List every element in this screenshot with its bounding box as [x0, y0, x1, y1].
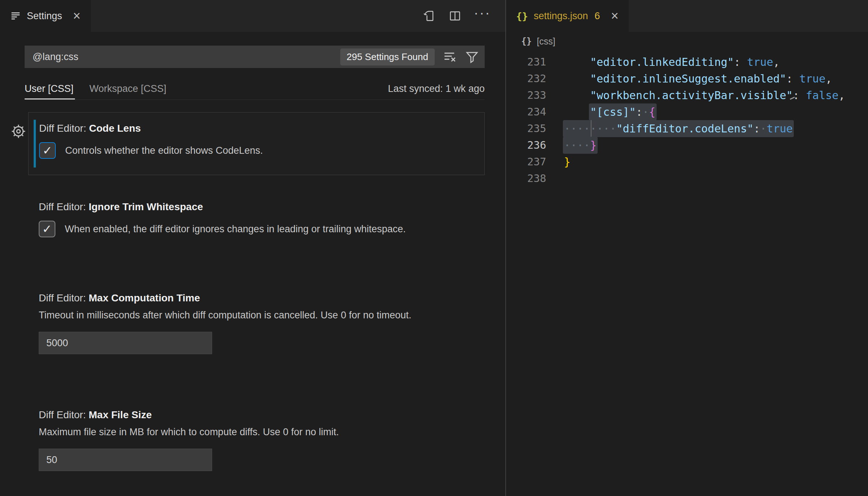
more-actions-icon[interactable]: ···: [474, 10, 491, 21]
checkbox-ignore-trim-whitespace[interactable]: ✓: [39, 221, 55, 237]
number-input-max-computation-time[interactable]: [39, 332, 212, 354]
problems-count-badge: 6: [595, 10, 600, 22]
setting-category: Diff Editor:: [39, 409, 89, 420]
token: :: [786, 72, 793, 85]
token: true: [767, 122, 793, 135]
json-editor-group: {} settings.json 6 × {} [css] 231 "edito…: [506, 0, 868, 496]
code-line-236[interactable]: 236····}: [506, 137, 868, 153]
code-line-231[interactable]: 231 "editor.linkedEditing": true,: [506, 54, 868, 70]
line-content: "editor.linkedEditing": true,: [546, 56, 780, 68]
setting-category: Diff Editor:: [39, 201, 89, 212]
token: "diffEditor.codeLens": [616, 122, 754, 135]
token: [799, 89, 806, 102]
token: [564, 89, 590, 102]
setting-title: Diff Editor: Max Computation Time: [39, 292, 485, 304]
token: ········: [564, 122, 616, 135]
close-icon[interactable]: ×: [611, 9, 619, 22]
setting-category: Diff Editor:: [39, 292, 89, 304]
settings-tab-label: Settings: [27, 10, 62, 22]
json-file-icon: {}: [516, 10, 528, 22]
setting-name: Code Lens: [89, 123, 141, 134]
search-input[interactable]: @lang:css: [33, 51, 78, 63]
tab-user-css[interactable]: User [CSS]: [25, 83, 75, 99]
setting-description: Controls whether the editor shows CodeLe…: [65, 145, 263, 156]
settings-editor-group: Settings × ···: [0, 0, 506, 496]
line-content: "workbench.activityBar.visible": false,: [546, 89, 845, 102]
left-tab-strip: Settings × ···: [0, 0, 505, 32]
settings-list-icon: [10, 10, 21, 21]
setting-control-line: ✓When enabled, the diff editor ignores c…: [39, 221, 485, 237]
line-content: ····}: [546, 139, 597, 152]
setting-row-code-lens[interactable]: Diff Editor: Code Lens✓Controls whether …: [28, 112, 485, 175]
line-number: 237: [506, 156, 546, 168]
settings-editor-body: @lang:css 295 Settings Found User [CSS] …: [0, 32, 505, 496]
token: :: [793, 89, 799, 102]
modified-indicator: [34, 120, 36, 168]
code-line-233[interactable]: 233 "workbench.activityBar.visible": fal…: [506, 87, 868, 103]
right-tab-strip: {} settings.json 6 ×: [506, 0, 868, 32]
setting-row-max-computation-time[interactable]: Diff Editor: Max Computation TimeTimeout…: [28, 282, 485, 369]
last-synced-label: Last synced: 1 wk ago: [388, 83, 485, 99]
settings-search-box[interactable]: @lang:css 295 Settings Found: [25, 46, 485, 68]
close-icon[interactable]: ×: [73, 9, 81, 22]
setting-title: Diff Editor: Code Lens: [39, 123, 484, 134]
token: [564, 56, 590, 68]
token: ,: [773, 56, 780, 68]
line-content: "[css]":·{: [546, 106, 656, 118]
code-line-238[interactable]: 238: [506, 170, 868, 187]
gear-icon[interactable]: [10, 123, 26, 139]
setting-row-max-file-size[interactable]: Diff Editor: Max File SizeMaximum file s…: [28, 399, 485, 486]
setting-name: Ignore Trim Whitespace: [89, 201, 203, 212]
open-settings-json-icon[interactable]: [423, 9, 436, 22]
line-number: 231: [506, 56, 546, 68]
settings-count-badge: 295 Settings Found: [340, 48, 435, 65]
breadcrumb[interactable]: {} [css]: [506, 32, 868, 51]
setting-description: When enabled, the diff editor ignores ch…: [65, 224, 406, 235]
setting-row-ignore-trim-whitespace[interactable]: Diff Editor: Ignore Trim Whitespace✓When…: [28, 191, 485, 252]
line-content: ········"diffEditor.codeLens":·true: [546, 122, 793, 135]
clear-search-filters-icon[interactable]: [443, 50, 457, 64]
setting-category: Diff Editor:: [39, 123, 89, 134]
token: "editor.inlineSuggest.enabled": [590, 72, 786, 85]
selection-highlight: "[css]":·{: [589, 103, 657, 120]
token: ·: [642, 106, 649, 118]
code-line-232[interactable]: 232 "editor.inlineSuggest.enabled": true…: [506, 70, 868, 87]
selection-highlight: ····}: [563, 137, 598, 154]
breadcrumb-css-segment[interactable]: [css]: [537, 36, 555, 47]
editor-actions: ···: [423, 0, 505, 32]
tab-workspace-css[interactable]: Workspace [CSS]: [89, 83, 168, 99]
code-line-235[interactable]: 235········"diffEditor.codeLens":·true: [506, 120, 868, 137]
token: [793, 72, 799, 85]
code-editor[interactable]: 231 "editor.linkedEditing": true,232 "ed…: [506, 51, 868, 187]
setting-name: Max Computation Time: [89, 292, 200, 304]
token: :: [636, 106, 642, 118]
token: [564, 72, 590, 85]
setting-control-line: ✓Controls whether the editor shows CodeL…: [39, 142, 484, 159]
split-editor-icon[interactable]: [448, 9, 462, 22]
number-input-max-file-size[interactable]: [39, 449, 212, 471]
vscode-workbench: Settings × ···: [0, 0, 868, 496]
code-line-234[interactable]: 234 "[css]":·{: [506, 103, 868, 120]
token: ·: [760, 122, 767, 135]
line-content: "editor.inlineSuggest.enabled": true,: [546, 72, 832, 85]
token: true: [747, 56, 773, 68]
filter-icon[interactable]: [465, 50, 479, 64]
token: }: [564, 156, 570, 168]
line-number: 234: [506, 106, 546, 118]
token: [741, 56, 747, 68]
token: }: [590, 139, 597, 152]
checkbox-code-lens[interactable]: ✓: [39, 142, 56, 159]
tab-settings[interactable]: Settings ×: [0, 0, 91, 32]
code-line-237[interactable]: 237}: [506, 153, 868, 170]
line-number: 232: [506, 72, 546, 85]
line-number: 233: [506, 89, 546, 101]
token: false: [806, 89, 838, 102]
token: "editor.linkedEditing": [590, 56, 734, 68]
setting-title: Diff Editor: Max File Size: [39, 409, 485, 421]
setting-title: Diff Editor: Ignore Trim Whitespace: [39, 201, 485, 213]
tab-settings-json[interactable]: {} settings.json 6 ×: [506, 0, 629, 32]
token: :: [754, 122, 760, 135]
line-number: 235: [506, 122, 546, 135]
settings-list: Diff Editor: Code Lens✓Controls whether …: [25, 112, 485, 496]
setting-name: Max File Size: [89, 409, 152, 420]
